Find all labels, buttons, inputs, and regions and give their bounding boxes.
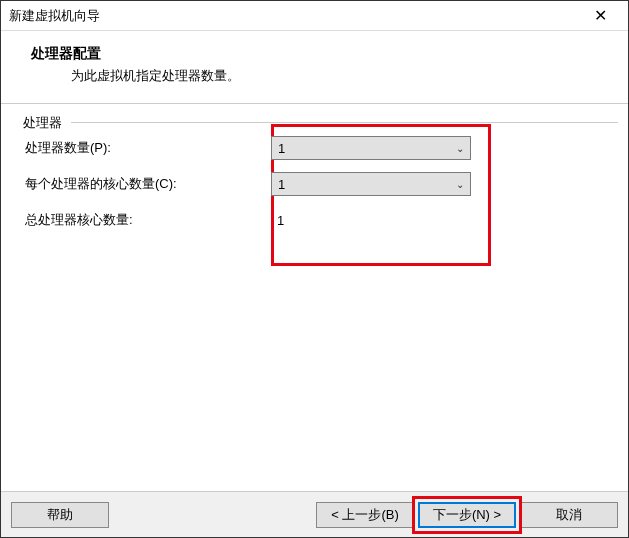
footer-bar: 帮助 < 上一步(B) 下一步(N) > 取消 [1, 491, 628, 537]
next-button-wrapper: 下一步(N) > [418, 502, 516, 528]
processor-fieldset: 处理器 处理器数量(P): 1 ⌄ 每个处理器的核心数量(C): 1 ⌄ [11, 120, 618, 248]
wizard-window: 新建虚拟机向导 ✕ 处理器配置 为此虚拟机指定处理器数量。 处理器 处理器数量(… [0, 0, 629, 538]
cores-per-processor-dropdown[interactable]: 1 ⌄ [271, 172, 471, 196]
help-button[interactable]: 帮助 [11, 502, 109, 528]
processor-count-label: 处理器数量(P): [21, 139, 271, 157]
titlebar: 新建虚拟机向导 ✕ [1, 1, 628, 31]
window-title: 新建虚拟机向导 [9, 7, 580, 25]
chevron-down-icon: ⌄ [456, 143, 464, 154]
close-button[interactable]: ✕ [580, 1, 620, 30]
processor-count-row: 处理器数量(P): 1 ⌄ [21, 130, 608, 166]
fieldset-line [71, 122, 618, 123]
header-section: 处理器配置 为此虚拟机指定处理器数量。 [1, 31, 628, 103]
processor-count-dropdown[interactable]: 1 ⌄ [271, 136, 471, 160]
processor-count-value: 1 [278, 141, 456, 156]
total-cores-cell: 1 [271, 213, 491, 228]
page-title: 处理器配置 [31, 45, 598, 63]
total-cores-label: 总处理器核心数量: [21, 211, 271, 229]
total-cores-value: 1 [271, 213, 284, 228]
processor-count-cell: 1 ⌄ [271, 136, 491, 160]
content-area: 处理器 处理器数量(P): 1 ⌄ 每个处理器的核心数量(C): 1 ⌄ [1, 104, 628, 491]
close-icon: ✕ [594, 6, 607, 25]
fieldset-legend: 处理器 [19, 114, 66, 132]
cores-per-processor-cell: 1 ⌄ [271, 172, 491, 196]
cores-per-processor-value: 1 [278, 177, 456, 192]
cancel-button[interactable]: 取消 [520, 502, 618, 528]
cores-per-processor-row: 每个处理器的核心数量(C): 1 ⌄ [21, 166, 608, 202]
chevron-down-icon: ⌄ [456, 179, 464, 190]
cores-per-processor-label: 每个处理器的核心数量(C): [21, 175, 271, 193]
total-cores-row: 总处理器核心数量: 1 [21, 202, 608, 238]
page-subtitle: 为此虚拟机指定处理器数量。 [31, 67, 598, 85]
next-button[interactable]: 下一步(N) > [418, 502, 516, 528]
back-button[interactable]: < 上一步(B) [316, 502, 414, 528]
